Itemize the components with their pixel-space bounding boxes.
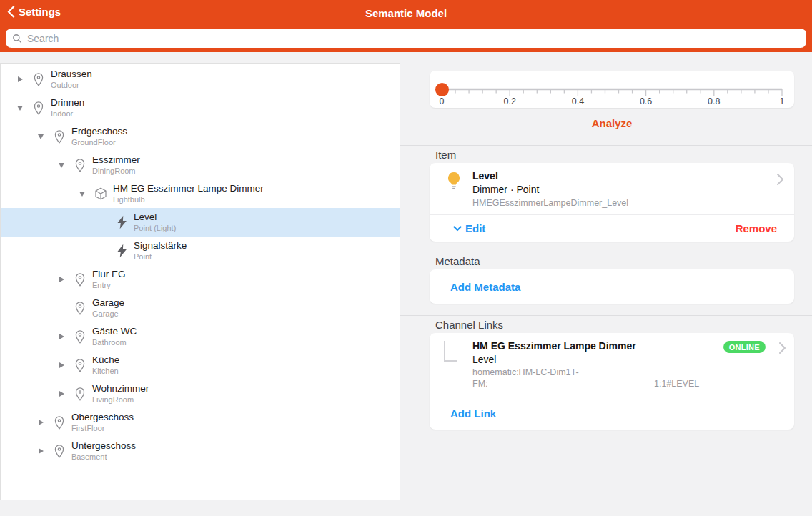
- location-pin-icon: [73, 301, 87, 316]
- svg-text:0.4: 0.4: [572, 96, 584, 106]
- tree-item-groundfloor[interactable]: ErdgeschossGroundFloor: [1, 122, 400, 151]
- channel-links-section-title: Channel Links: [435, 319, 503, 331]
- app-header: Settings Semantic Model Search: [0, 0, 812, 52]
- tree-item-label: Esszimmer: [92, 154, 140, 166]
- item-type: Dimmer · Point: [472, 184, 628, 195]
- tree-item-semantic-class: Garage: [92, 309, 124, 319]
- add-metadata-button[interactable]: Add Metadata: [450, 281, 520, 293]
- svg-text:0: 0: [440, 96, 445, 106]
- item-uid: HMEGEsszimmerLampeDimmer_Level: [472, 198, 628, 208]
- tree-item-label: Küche: [92, 354, 119, 366]
- tree-item-indoor[interactable]: DrinnenIndoor: [1, 94, 400, 122]
- collapse-arrow-icon[interactable]: [79, 192, 85, 197]
- channel-uid-prefix: FM:: [472, 379, 488, 389]
- location-pin-icon: [73, 329, 87, 344]
- expand-arrow-icon[interactable]: [59, 362, 64, 368]
- tree-item-point-light-[interactable]: LevelPoint (Light): [1, 208, 400, 237]
- item-texts: Level Dimmer · Point HMEGEsszimmerLampeD…: [472, 170, 628, 208]
- tree-item-basement[interactable]: UntergeschossBasement: [1, 437, 400, 465]
- point-bolt-icon: [116, 244, 128, 258]
- section-divider: [400, 145, 812, 146]
- equipment-cube-icon: [94, 187, 108, 201]
- location-pin-icon: [31, 101, 46, 116]
- tree-item-livingroom[interactable]: WohnzimmerLivingRoom: [1, 379, 400, 408]
- chevron-down-icon: [453, 226, 462, 232]
- tree-item-label: Wohnzimmer: [92, 383, 149, 395]
- edit-label: Edit: [465, 222, 485, 234]
- tree-item-kitchen[interactable]: KücheKitchen: [1, 351, 400, 379]
- search-placeholder: Search: [27, 33, 59, 44]
- tree-item-label: Draussen: [51, 69, 92, 80]
- point-bolt-icon: [116, 215, 128, 229]
- item-section-title: Item: [435, 149, 456, 161]
- tree-item-label: Erdgeschoss: [71, 126, 127, 137]
- tree-item-label: Drinnen: [51, 97, 84, 109]
- thing-placeholder-icon: [444, 341, 457, 362]
- tree-item-semantic-class: Basement: [71, 452, 136, 462]
- tree-item-label: Obergeschoss: [71, 412, 134, 423]
- analyzer-range-slider[interactable]: 00.20.40.60.81: [430, 71, 794, 108]
- collapse-arrow-icon[interactable]: [17, 106, 23, 111]
- tree-item-semantic-class: Indoor: [51, 109, 84, 119]
- chevron-right-icon: [778, 341, 786, 358]
- location-pin-icon: [73, 358, 87, 373]
- location-pin-icon: [52, 444, 66, 459]
- expand-arrow-icon[interactable]: [18, 76, 23, 82]
- svg-text:1: 1: [780, 96, 785, 106]
- tree-item-semantic-class: DiningRoom: [92, 167, 140, 176]
- tree-item-diningroom[interactable]: EsszimmerDiningRoom: [1, 151, 400, 179]
- expand-arrow-icon[interactable]: [59, 391, 64, 397]
- tree-item-semantic-class: Point (Light): [134, 224, 176, 233]
- tree-item-outdoor[interactable]: DraussenOutdoor: [1, 65, 400, 94]
- tree-item-garage[interactable]: GarageGarage: [1, 294, 400, 322]
- channel-uid-line2: FM: 1:1#LEVEL: [472, 379, 784, 389]
- status-badge: ONLINE: [723, 341, 766, 353]
- tree-item-entry[interactable]: Flur EGEntry: [1, 265, 400, 294]
- tree-item-point[interactable]: SignalstärkePoint: [1, 237, 400, 265]
- item-actions-row: Edit Remove: [430, 215, 794, 242]
- detail-panel: 00.20.40.60.81 Analyze Item Level Dimmer…: [400, 63, 812, 516]
- metadata-card: Add Metadata: [430, 269, 794, 304]
- slider-scale: 00.20.40.60.81: [430, 71, 794, 108]
- search-icon: [12, 34, 22, 44]
- svg-text:0.8: 0.8: [708, 96, 720, 106]
- expand-arrow-icon[interactable]: [39, 448, 44, 454]
- tree-item-semantic-class: Outdoor: [51, 81, 92, 90]
- tree-item-lightbulb[interactable]: HM EG Esszimmer Lampe DimmerLightbulb: [1, 179, 400, 208]
- page-title: Semantic Model: [0, 7, 812, 19]
- analyze-link[interactable]: Analyze: [430, 117, 794, 129]
- collapse-arrow-icon[interactable]: [38, 134, 44, 139]
- tree-item-bathroom[interactable]: Gäste WCBathroom: [1, 322, 400, 351]
- tree-item-semantic-class: Bathroom: [92, 338, 137, 347]
- tree-item-firstfloor[interactable]: ObergeschossFirstFloor: [1, 408, 400, 437]
- add-link-button[interactable]: Add Link: [450, 407, 496, 420]
- expand-arrow-icon[interactable]: [39, 420, 44, 425]
- channel-link-row[interactable]: HM EG Esszimmer Lampe Dimmer Level homem…: [430, 333, 794, 397]
- item-row[interactable]: Level Dimmer · Point HMEGEsszimmerLampeD…: [430, 163, 794, 215]
- tree-item-semantic-class: FirstFloor: [71, 424, 134, 433]
- item-card: Level Dimmer · Point HMEGEsszimmerLampeD…: [430, 163, 794, 242]
- channel-links-card: HM EG Esszimmer Lampe Dimmer Level homem…: [430, 333, 794, 430]
- tree-item-label: Level: [134, 212, 176, 223]
- tree-item-label: Gäste WC: [92, 326, 137, 337]
- channel-actions-row: Add Link: [430, 397, 794, 430]
- channel-link-item: Level: [472, 354, 784, 365]
- expand-arrow-icon[interactable]: [59, 277, 64, 282]
- collapse-arrow-icon[interactable]: [59, 163, 64, 168]
- slider-handle[interactable]: [435, 83, 449, 96]
- tree-item-label: HM EG Esszimmer Lampe Dimmer: [113, 183, 264, 194]
- location-pin-icon: [73, 387, 87, 402]
- channel-uid-suffix: 1:1#LEVEL: [654, 379, 699, 389]
- expand-arrow-icon[interactable]: [59, 334, 64, 339]
- search-input[interactable]: Search: [6, 29, 806, 48]
- chevron-right-icon: [776, 172, 784, 189]
- location-pin-icon: [73, 272, 87, 287]
- tree-item-semantic-class: Lightbulb: [113, 195, 264, 204]
- model-tree-panel: DraussenOutdoorDrinnenIndoorErdgeschossG…: [0, 63, 400, 500]
- svg-text:0.6: 0.6: [640, 96, 652, 106]
- remove-button[interactable]: Remove: [736, 222, 777, 234]
- tree-item-label: Signalstärke: [134, 240, 187, 252]
- edit-button[interactable]: Edit: [453, 222, 485, 234]
- metadata-section-title: Metadata: [435, 255, 480, 267]
- tree-item-label: Garage: [92, 297, 124, 309]
